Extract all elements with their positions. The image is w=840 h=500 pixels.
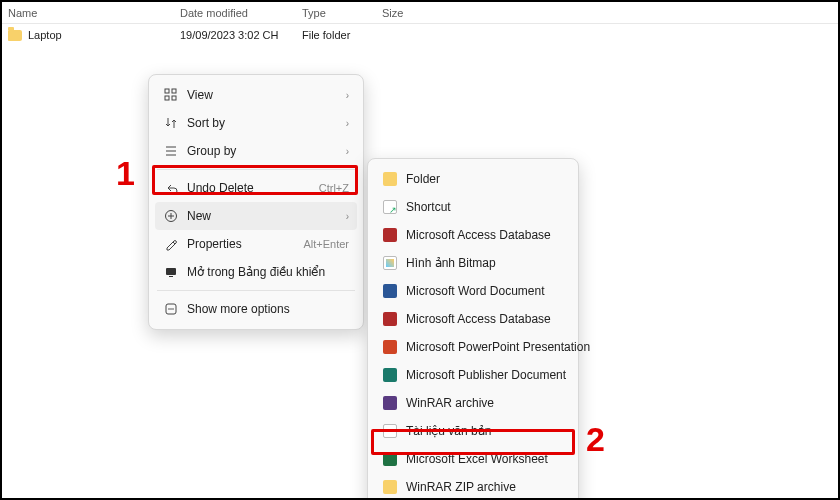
annotation-number-1: 1 xyxy=(116,154,135,193)
menu-new[interactable]: New › xyxy=(155,202,357,230)
new-txt-label: Tài liệu văn bản xyxy=(406,424,564,438)
group-icon xyxy=(163,143,179,159)
monitor-icon xyxy=(163,264,179,280)
new-excel-label: Microsoft Excel Worksheet xyxy=(406,452,564,466)
menu-group-by[interactable]: Group by › xyxy=(155,137,357,165)
access-icon xyxy=(382,311,398,327)
chevron-right-icon: › xyxy=(346,146,349,157)
context-menu: View › Sort by › Group by › Undo Delete … xyxy=(148,74,364,330)
file-name: Laptop xyxy=(28,29,62,41)
new-pub-label: Microsoft Publisher Document xyxy=(406,368,566,382)
new-zip-label: WinRAR ZIP archive xyxy=(406,480,564,494)
ppt-icon xyxy=(382,339,398,355)
folder-icon xyxy=(382,171,398,187)
column-type[interactable]: Type xyxy=(302,7,382,19)
column-name[interactable]: Name xyxy=(8,7,180,19)
svg-rect-1 xyxy=(172,89,176,93)
new-word-doc[interactable]: Microsoft Word Document xyxy=(374,277,572,305)
zip-icon xyxy=(382,479,398,495)
menu-view-label: View xyxy=(187,88,338,102)
svg-rect-3 xyxy=(172,96,176,100)
new-access-db[interactable]: Microsoft Access Database xyxy=(374,221,572,249)
column-size[interactable]: Size xyxy=(382,7,462,19)
annotation-number-2: 2 xyxy=(586,420,605,459)
folder-icon xyxy=(8,30,22,41)
file-date: 19/09/2023 3:02 CH xyxy=(180,29,302,41)
chevron-right-icon: › xyxy=(346,90,349,101)
menu-sort-by[interactable]: Sort by › xyxy=(155,109,357,137)
menu-view[interactable]: View › xyxy=(155,81,357,109)
new-ppt-label: Microsoft PowerPoint Presentation xyxy=(406,340,590,354)
menu-divider xyxy=(157,169,355,170)
column-header-row: Name Date modified Type Size xyxy=(2,2,838,24)
more-icon xyxy=(163,301,179,317)
new-shortcut[interactable]: Shortcut xyxy=(374,193,572,221)
svg-rect-0 xyxy=(165,89,169,93)
grid-icon xyxy=(163,87,179,103)
new-bitmap[interactable]: Hình ảnh Bitmap xyxy=(374,249,572,277)
shortcut-icon xyxy=(382,199,398,215)
sort-icon xyxy=(163,115,179,131)
undo-icon xyxy=(163,180,179,196)
menu-new-label: New xyxy=(187,209,338,223)
menu-show-more[interactable]: Show more options xyxy=(155,295,357,323)
menu-properties-label: Properties xyxy=(187,237,295,251)
menu-properties-shortcut: Alt+Enter xyxy=(303,238,349,250)
plus-circle-icon xyxy=(163,208,179,224)
new-folder[interactable]: Folder xyxy=(374,165,572,193)
new-shortcut-label: Shortcut xyxy=(406,200,564,214)
column-date[interactable]: Date modified xyxy=(180,7,302,19)
svg-point-9 xyxy=(170,308,172,310)
word-icon xyxy=(382,283,398,299)
new-submenu: Folder Shortcut Microsoft Access Databas… xyxy=(367,158,579,500)
rar-icon xyxy=(382,395,398,411)
menu-undo-label: Undo Delete xyxy=(187,181,311,195)
menu-undo-delete[interactable]: Undo Delete Ctrl+Z xyxy=(155,174,357,202)
menu-group-label: Group by xyxy=(187,144,338,158)
file-type: File folder xyxy=(302,29,382,41)
new-winrar[interactable]: WinRAR archive xyxy=(374,389,572,417)
properties-icon xyxy=(163,236,179,252)
new-word-label: Microsoft Word Document xyxy=(406,284,564,298)
menu-properties[interactable]: Properties Alt+Enter xyxy=(155,230,357,258)
excel-icon xyxy=(382,451,398,467)
menu-sort-label: Sort by xyxy=(187,116,338,130)
new-ppt[interactable]: Microsoft PowerPoint Presentation xyxy=(374,333,572,361)
chevron-right-icon: › xyxy=(346,211,349,222)
svg-rect-6 xyxy=(169,276,173,277)
svg-rect-5 xyxy=(166,268,176,275)
new-publisher[interactable]: Microsoft Publisher Document xyxy=(374,361,572,389)
new-rar-label: WinRAR archive xyxy=(406,396,564,410)
new-zip[interactable]: WinRAR ZIP archive xyxy=(374,473,572,500)
new-access-db-2[interactable]: Microsoft Access Database xyxy=(374,305,572,333)
new-access-label: Microsoft Access Database xyxy=(406,228,564,242)
publisher-icon xyxy=(382,367,398,383)
menu-open-control-panel[interactable]: Mở trong Bảng điều khiển xyxy=(155,258,357,286)
svg-rect-2 xyxy=(165,96,169,100)
bitmap-icon xyxy=(382,255,398,271)
new-folder-label: Folder xyxy=(406,172,564,186)
new-text-doc[interactable]: Tài liệu văn bản xyxy=(374,417,572,445)
chevron-right-icon: › xyxy=(346,118,349,129)
new-bitmap-label: Hình ảnh Bitmap xyxy=(406,256,564,270)
access-icon xyxy=(382,227,398,243)
svg-point-10 xyxy=(172,308,174,310)
menu-more-label: Show more options xyxy=(187,302,349,316)
file-row[interactable]: Laptop 19/09/2023 3:02 CH File folder xyxy=(2,24,838,46)
text-icon xyxy=(382,423,398,439)
menu-cp-label: Mở trong Bảng điều khiển xyxy=(187,265,349,279)
new-access2-label: Microsoft Access Database xyxy=(406,312,564,326)
svg-point-8 xyxy=(168,308,170,310)
menu-undo-shortcut: Ctrl+Z xyxy=(319,182,349,194)
new-excel[interactable]: Microsoft Excel Worksheet xyxy=(374,445,572,473)
menu-divider xyxy=(157,290,355,291)
